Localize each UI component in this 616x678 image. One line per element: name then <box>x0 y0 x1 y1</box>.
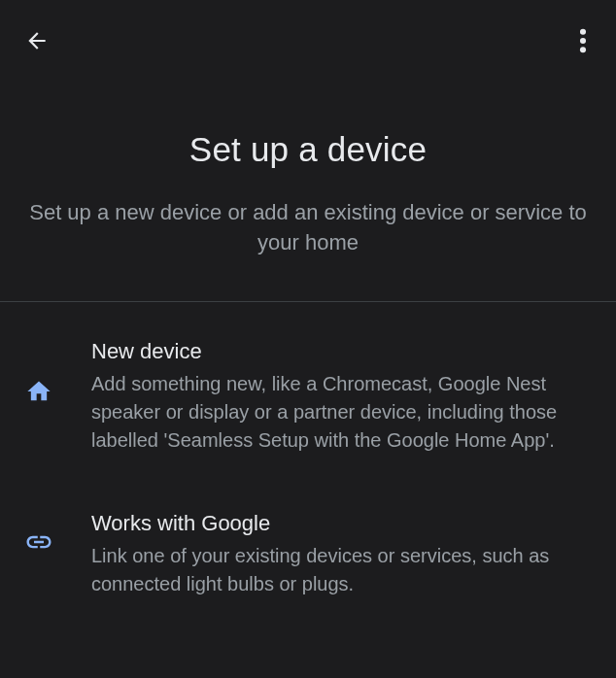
options-list: New device Add something new, like a Chr… <box>0 302 616 598</box>
back-arrow-icon <box>24 28 50 57</box>
home-icon <box>23 376 54 407</box>
option-works-with-google[interactable]: Works with Google Link one of your exist… <box>0 455 616 598</box>
svg-point-0 <box>580 29 586 35</box>
option-description: Link one of your existing devices or ser… <box>91 542 593 598</box>
option-title: New device <box>91 339 593 364</box>
page-title: Set up a device <box>10 130 606 169</box>
option-text: New device Add something new, like a Chr… <box>91 339 593 455</box>
option-text: Works with Google Link one of your exist… <box>91 511 593 598</box>
title-section: Set up a device Set up a new device or a… <box>0 62 616 258</box>
svg-point-1 <box>580 38 586 44</box>
more-vert-icon <box>579 27 587 58</box>
option-new-device[interactable]: New device Add something new, like a Chr… <box>0 302 616 455</box>
page-subtitle: Set up a new device or add an existing d… <box>10 198 606 258</box>
option-description: Add something new, like a Chromecast, Go… <box>91 370 593 455</box>
more-options-button[interactable] <box>573 29 593 56</box>
header-bar <box>0 0 616 62</box>
svg-point-2 <box>580 47 586 52</box>
link-icon <box>23 526 54 558</box>
option-title: Works with Google <box>91 511 593 536</box>
back-button[interactable] <box>23 29 51 56</box>
